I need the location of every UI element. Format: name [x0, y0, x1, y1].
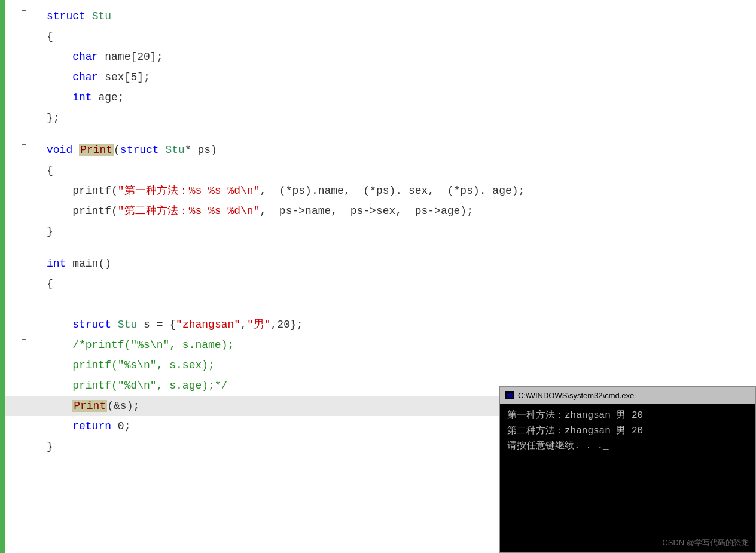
- svg-rect-1: [507, 393, 513, 398]
- left-accent-bar: [0, 0, 5, 553]
- code-content: printf("第二种方法：%s %s %d\n", ps->name, ps-…: [47, 201, 756, 221]
- fold-gutter[interactable]: −: [5, 7, 29, 16]
- code-line: − struct Stu: [5, 6, 756, 26]
- code-content: };: [47, 108, 756, 127]
- code-line: char sex[5];: [5, 67, 756, 87]
- fold-gutter[interactable]: −: [5, 335, 29, 344]
- code-content: printf("%s\n", s.sex);: [47, 356, 756, 375]
- code-content: [47, 295, 756, 314]
- code-content: }: [47, 222, 756, 241]
- code-line: [5, 294, 756, 314]
- code-content: {: [47, 274, 756, 294]
- code-line: {: [5, 274, 756, 294]
- code-content: printf("第一种方法：%s %s %d\n", (*ps).name, (…: [47, 181, 756, 200]
- code-line: {: [5, 26, 756, 47]
- code-content: /*printf("%s\n", s.name);: [47, 335, 756, 355]
- cmd-watermark: CSDN @学写代码的恐龙: [662, 537, 749, 548]
- code-line: {: [5, 160, 756, 181]
- svg-rect-2: [507, 393, 513, 393]
- code-line: char name[20];: [5, 47, 756, 67]
- section-gap: [5, 242, 756, 253]
- cmd-window: C:\WINDOWS\system32\cmd.exe 第一种方法：zhangs…: [499, 386, 756, 553]
- cmd-body: 第一种方法：zhangsan 男 20 第二种方法：zhangsan 男 20 …: [500, 404, 755, 459]
- section-gap: [5, 128, 756, 140]
- code-content: struct Stu s = {"zhangsan","男",20};: [47, 315, 756, 334]
- code-line: printf("%s\n", s.sex);: [5, 355, 756, 375]
- code-line: printf("第一种方法：%s %s %d\n", (*ps).name, (…: [5, 181, 756, 201]
- cmd-title: C:\WINDOWS\system32\cmd.exe: [518, 391, 750, 400]
- code-line: int age;: [5, 87, 756, 108]
- cmd-titlebar: C:\WINDOWS\system32\cmd.exe: [500, 387, 755, 404]
- code-content: {: [47, 161, 756, 180]
- code-content: int age;: [47, 88, 756, 107]
- cmd-output-line-2: 第二种方法：zhangsan 男 20: [507, 424, 748, 439]
- code-content: struct Stu: [47, 7, 756, 26]
- code-line: − /*printf("%s\n", s.name);: [5, 335, 756, 355]
- code-line: struct Stu s = {"zhangsan","男",20};: [5, 314, 756, 335]
- cmd-output-line-3: 请按任意键继续. . ._: [507, 439, 748, 454]
- cmd-icon: [505, 391, 514, 399]
- fold-gutter[interactable]: −: [5, 140, 29, 149]
- code-line: printf("第二种方法：%s %s %d\n", ps->name, ps-…: [5, 201, 756, 221]
- code-content: int main(): [47, 254, 756, 273]
- code-content: void Print(struct Stu* ps): [47, 140, 756, 160]
- code-content: char name[20];: [47, 47, 756, 66]
- code-line: − void Print(struct Stu* ps): [5, 140, 756, 160]
- code-content: {: [47, 27, 756, 46]
- code-line: };: [5, 108, 756, 128]
- code-line: }: [5, 221, 756, 242]
- cmd-output-line-1: 第一种方法：zhangsan 男 20: [507, 408, 748, 424]
- code-content: char sex[5];: [47, 68, 756, 87]
- code-editor: − struct Stu { char name[20]; char sex[5…: [5, 0, 756, 553]
- fold-gutter[interactable]: −: [5, 254, 29, 263]
- code-line: − int main(): [5, 253, 756, 274]
